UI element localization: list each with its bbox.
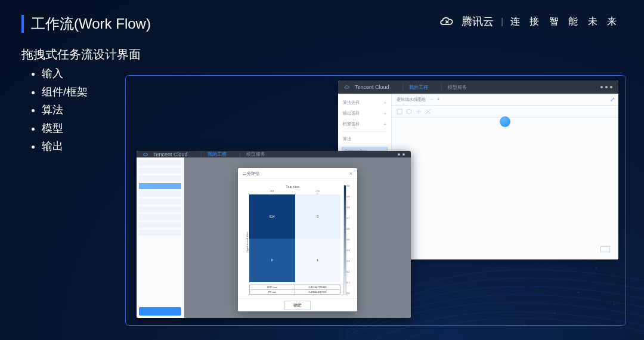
bullet-list: 输入 组件/框架 算法 模型 输出	[31, 64, 88, 156]
brand-divider: |	[501, 17, 503, 26]
app-brand: Tencent Cloud	[355, 84, 389, 90]
app-topbar: Tencent Cloud 我的工程 模型服务	[137, 151, 411, 157]
evaluation-modal-screenshot: Tencent Cloud 我的工程 模型服务 ▸ 调试 ▸ 输出	[137, 151, 411, 318]
expand-icon[interactable]: ⤢	[610, 96, 615, 103]
minimap[interactable]	[600, 246, 610, 252]
cloud-logo-icon	[143, 152, 148, 157]
close-icon[interactable]: ×	[349, 171, 352, 177]
workflow-node[interactable]	[500, 116, 510, 127]
bullet-item: 组件/框架	[42, 83, 88, 101]
colorbar-ticks: 1.0 0.9 0.8 0.7 0.6 0.5 0.4 0.3 0.2 0.	[347, 185, 350, 295]
svg-point-1	[407, 109, 411, 114]
app-topbar: Tencent Cloud 我的工程 模型服务	[338, 81, 618, 94]
table-row: ROC auc 0.821847735903	[250, 285, 340, 290]
slide-title: 工作流(Work Flow)	[31, 14, 151, 33]
tool-icon[interactable]	[425, 109, 431, 115]
metric-name: ROC auc	[250, 285, 295, 289]
run-button[interactable]	[139, 307, 181, 316]
tab-model-service[interactable]: 模型服务	[441, 84, 467, 91]
colorbar-gradient	[343, 185, 346, 295]
ok-button[interactable]: 确定	[284, 301, 311, 310]
metric-value: 0.821847735903	[295, 285, 340, 289]
tab-my-project[interactable]: 我的工程	[402, 84, 428, 91]
brand-name: 腾讯云	[462, 14, 494, 29]
breadcrumb-bar: 逻辑流水线图组 → + ⤢	[392, 94, 618, 106]
tool-icon[interactable]	[406, 109, 412, 115]
metric-name: PR auc	[250, 290, 295, 294]
breadcrumb-arrow-icon: →	[429, 97, 434, 101]
modal-footer: 确定	[238, 298, 357, 311]
heatmap-cell: 0	[295, 194, 341, 239]
tool-icon[interactable]	[416, 109, 422, 115]
metrics-table: ROC auc 0.821847735903 PR auc 0.47884101…	[249, 285, 340, 295]
tab-my-project[interactable]: 我的工程	[201, 151, 227, 157]
colorbar: 1.0 0.9 0.8 0.7 0.6 0.5 0.4 0.3 0.2 0.	[343, 185, 350, 295]
heatmap-cell: 1	[295, 239, 341, 283]
sidebar-item-output-select[interactable]: 输出选择+	[342, 108, 388, 119]
topbar-actions	[398, 153, 405, 156]
canvas-toolbar	[392, 106, 618, 118]
slide-subtitle: 拖拽式任务流设计界面	[21, 47, 141, 63]
table-row: PR auc 0.478841017919	[250, 290, 340, 294]
plus-icon[interactable]: +	[383, 122, 386, 127]
bullet-item: 算法	[42, 101, 88, 119]
chart-ylabel: Hypothesized class	[245, 190, 249, 295]
action-dot-icon[interactable]	[398, 153, 400, 156]
workflow-canvas[interactable]: 逻辑流水线图组 → + ⤢	[392, 94, 618, 259]
bullet-item: 模型	[42, 119, 88, 138]
tool-icon[interactable]	[397, 109, 402, 115]
add-button[interactable]: +	[437, 97, 439, 101]
x-ticks: 0.0 1.0	[249, 190, 340, 194]
action-dot-icon[interactable]	[605, 86, 608, 88]
bullet-item: 输出	[42, 137, 88, 156]
metric-value: 0.478841017919	[295, 290, 340, 294]
screenshot-frame: Tencent Cloud 我的工程 模型服务 算法选择+ 输出选择+ 框架选择…	[125, 75, 626, 326]
app-brand: Tencent Cloud	[153, 152, 188, 157]
tencent-cloud-logo-icon	[439, 16, 454, 27]
heatmap-cell: 0	[249, 239, 295, 283]
topbar-actions	[600, 86, 612, 88]
dimmed-sidebar: ▸ 调试 ▸ 输出	[137, 157, 184, 318]
sidebar-item-algo-select[interactable]: 算法选择+	[342, 97, 388, 108]
modal-header: 二分评估 ×	[238, 168, 357, 179]
brand-header: 腾讯云 | 连 接 智 能 未 来	[439, 14, 620, 29]
svg-rect-0	[397, 109, 402, 114]
heatmap-grid: 614 0 0 1	[249, 194, 340, 282]
modal-title: 二分评估	[243, 171, 259, 177]
bullet-item: 输入	[42, 64, 88, 83]
breadcrumb-text[interactable]: 逻辑流水线图组	[397, 97, 426, 103]
title-accent-bar	[21, 15, 24, 33]
tab-model-service[interactable]: 模型服务	[240, 151, 265, 157]
sidebar-algo-header: 算法	[342, 134, 388, 144]
action-dot-icon[interactable]	[402, 153, 405, 156]
action-dot-icon[interactable]	[610, 86, 612, 88]
plus-icon[interactable]: +	[383, 100, 386, 106]
sidebar-item-framework-select[interactable]: 框架选择+	[342, 119, 388, 129]
heatmap-cell: 614	[249, 194, 295, 239]
modal-body: True class Hypothesized class 0.0 1.0	[238, 179, 357, 298]
binary-eval-modal: 二分评估 × True class Hypothesized class 0.0	[238, 168, 357, 311]
action-dot-icon[interactable]	[600, 86, 603, 88]
cloud-logo-icon	[344, 84, 350, 90]
confusion-matrix-chart: True class Hypothesized class 0.0 1.0	[245, 185, 340, 295]
plus-icon[interactable]: +	[383, 111, 386, 116]
brand-tagline: 连 接 智 能 未 来	[510, 16, 620, 28]
slide-title-wrap: 工作流(Work Flow)	[21, 14, 151, 33]
chart-xlabel: True class	[245, 185, 340, 188]
